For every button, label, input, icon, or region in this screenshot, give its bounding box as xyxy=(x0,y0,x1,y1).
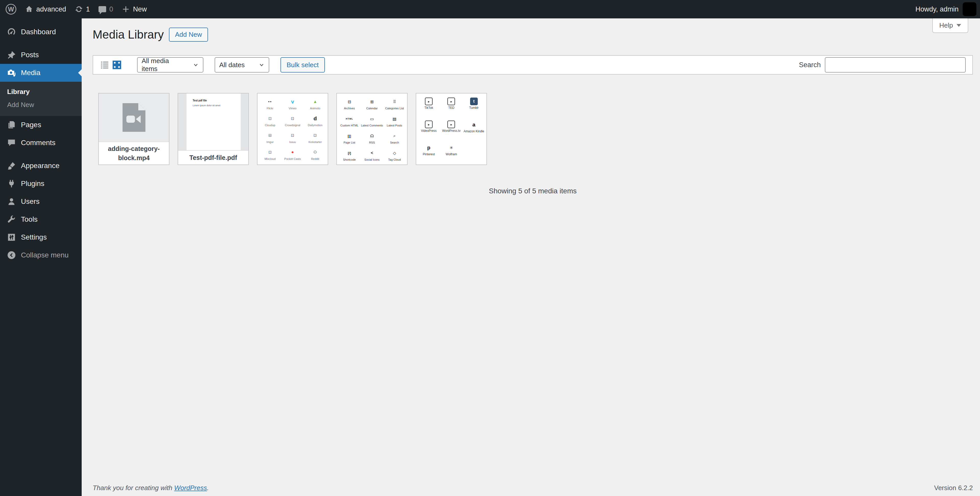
thumbnail-content: ▸ TikTok ▸ TED t Tumblr ▸ xyxy=(416,94,487,164)
wrench-icon xyxy=(6,215,16,224)
footer-thanks-text: Thank you for creating with WordPress. xyxy=(93,484,209,492)
sidebar-item-pages[interactable]: Pages xyxy=(0,116,82,134)
sidebar-item-users[interactable]: Users xyxy=(0,193,82,211)
pin-icon xyxy=(6,50,16,60)
thumb-block-cell: [/] Shortcode xyxy=(339,149,360,164)
footer-thanks-suffix: . xyxy=(207,484,209,492)
media-filename: adding-category-block.mp4 xyxy=(99,142,169,164)
media-item-image-embed-blocks[interactable]: ●● Flickr v Vimeo ▲ Animoto ⊡ xyxy=(257,93,328,165)
search-label: Search xyxy=(799,61,821,69)
thumb-block-icon: ☊ xyxy=(361,132,383,140)
date-filter-select[interactable]: All dates xyxy=(215,57,269,73)
sidebar-item-appearance[interactable]: Appearance xyxy=(0,157,82,175)
thumb-block-cell: ⊡ Issuu xyxy=(282,131,304,148)
avatar[interactable] xyxy=(963,2,977,16)
thumb-block-cell: d Dailymotion xyxy=(304,115,326,131)
new-content-link[interactable]: New xyxy=(122,5,147,13)
comments-link[interactable]: 0 xyxy=(99,5,113,13)
submenu-item-library[interactable]: Library xyxy=(0,85,82,98)
thumb-block-cell: ⊡ Mixcloud xyxy=(259,148,281,164)
thumb-block-label: VideoPress xyxy=(418,129,440,132)
wordpress-logo-icon xyxy=(6,4,16,14)
media-item-video[interactable]: adding-category-block.mp4 xyxy=(98,93,169,165)
thumb-block-icon: ●● xyxy=(259,97,281,106)
footer-thanks-prefix: Thank you for creating with xyxy=(93,484,174,492)
thumb-block-icon: < xyxy=(361,149,383,157)
wordpress-logo-menu[interactable] xyxy=(6,4,16,14)
media-item-image-widget-blocks[interactable]: ⊟ Archives ⊞ Calendar ⠿ Categories List xyxy=(336,93,407,165)
thumb-block-icon: ⊡ xyxy=(282,131,304,139)
thumb-block-label: Latest Comments xyxy=(361,124,383,127)
thumb-block-cell: ▸ TED xyxy=(440,97,462,121)
howdy-text[interactable]: Howdy, admin xyxy=(915,5,959,13)
thumb-block-label: Mixcloud xyxy=(259,157,281,161)
grid-view-button[interactable] xyxy=(112,60,122,70)
sidebar-item-settings[interactable]: Settings xyxy=(0,228,82,246)
media-type-filter-select[interactable]: All media items xyxy=(137,57,204,73)
sidebar-item-dashboard[interactable]: Dashboard xyxy=(0,23,82,41)
update-count: 1 xyxy=(86,5,90,13)
thumb-block-cell: p Pinterest xyxy=(418,144,440,164)
help-button[interactable]: Help xyxy=(932,18,968,33)
sidebar-item-comments[interactable]: Comments xyxy=(0,134,82,152)
media-icon xyxy=(6,68,16,78)
site-link[interactable]: advanced xyxy=(25,5,66,13)
pdf-preview-title: Test pdf file xyxy=(192,99,241,102)
pdf-preview: Test pdf file Lorem ipsum dolor sit amet xyxy=(178,94,248,150)
chevron-down-icon xyxy=(192,62,199,68)
thumb-block-cell: a Amazon Kindle xyxy=(463,121,485,144)
sidebar-label: Comments xyxy=(21,139,56,147)
media-filename: Test-pdf-file.pdf xyxy=(178,150,248,164)
thumb-block-cell: ⌕ Search xyxy=(383,132,406,149)
page-title: Media Library xyxy=(93,27,164,41)
updates-link[interactable]: 1 xyxy=(75,5,90,13)
sidebar-label: Pages xyxy=(21,121,41,129)
thumb-block-icon: ● xyxy=(282,148,304,156)
thumb-block-label: Page List xyxy=(339,141,360,144)
active-menu-arrow xyxy=(78,69,82,77)
date-filter-value: All dates xyxy=(219,61,245,69)
thumb-block-icon: ⚇ xyxy=(304,148,326,156)
thumb-block-icon: ⌕ xyxy=(383,132,406,140)
thumb-block-cell: ☊ RSS xyxy=(361,132,383,149)
thumb-block-cell: ◇ Tag Cloud xyxy=(383,149,406,164)
search-input[interactable] xyxy=(825,57,966,73)
collapse-label: Collapse menu xyxy=(21,251,68,259)
submenu-item-add-new[interactable]: Add New xyxy=(0,98,82,112)
help-label: Help xyxy=(939,21,953,29)
version-text: Version 6.2.2 xyxy=(934,484,973,492)
thumb-block-label: Categories List xyxy=(383,107,406,110)
media-item-pdf[interactable]: Test pdf file Lorem ipsum dolor sit amet… xyxy=(178,93,249,165)
media-count-status: Showing 5 of 5 media items xyxy=(93,187,973,195)
sidebar-item-posts[interactable]: Posts xyxy=(0,46,82,64)
thumb-block-icon: ⊡ xyxy=(259,148,281,156)
media-grid: adding-category-block.mp4 Test pdf file … xyxy=(98,93,973,165)
add-new-button[interactable]: Add New xyxy=(169,27,208,41)
list-view-button[interactable] xyxy=(100,60,110,70)
bulk-select-button[interactable]: Bulk select xyxy=(280,57,325,73)
thumb-block-label: Imgur xyxy=(259,140,281,144)
thumb-block-cell: ▸ WordPress.tv xyxy=(440,121,462,144)
video-file-preview xyxy=(99,94,169,142)
sidebar-item-media[interactable]: Media xyxy=(0,64,82,82)
sidebar-item-tools[interactable]: Tools xyxy=(0,211,82,228)
thumb-block-icon: ▥ xyxy=(339,132,360,140)
thumb-block-cell: ▤ Latest Posts xyxy=(383,115,406,132)
thumb-block-cell: ▸ VideoPress xyxy=(418,121,440,144)
thumb-block-label: Archives xyxy=(339,107,360,110)
thumb-block-icon: ⠿ xyxy=(383,97,406,106)
media-item-image-social-blocks[interactable]: ▸ TikTok ▸ TED t Tumblr ▸ xyxy=(416,93,487,165)
dashboard-icon xyxy=(6,27,16,37)
collapse-menu-button[interactable]: Collapse menu xyxy=(0,246,82,264)
thumb-block-cell: ✳ Wolfram xyxy=(440,144,462,164)
thumb-block-icon: ⊡ xyxy=(282,115,304,123)
thumb-block-icon: ▤ xyxy=(383,115,406,123)
thumb-block-cell: ●● Flickr xyxy=(259,97,281,115)
wordpress-link[interactable]: WordPress xyxy=(174,484,207,492)
sidebar-item-plugins[interactable]: Plugins xyxy=(0,175,82,193)
media-toolbar: All media items All dates Bulk select Se… xyxy=(93,55,973,75)
thumb-block-label: Cloudup xyxy=(259,124,281,127)
admin-bar: advanced 1 0 New Howdy, admin xyxy=(0,0,980,18)
comment-bubble-icon xyxy=(99,6,106,12)
sidebar-label: Tools xyxy=(21,215,38,223)
